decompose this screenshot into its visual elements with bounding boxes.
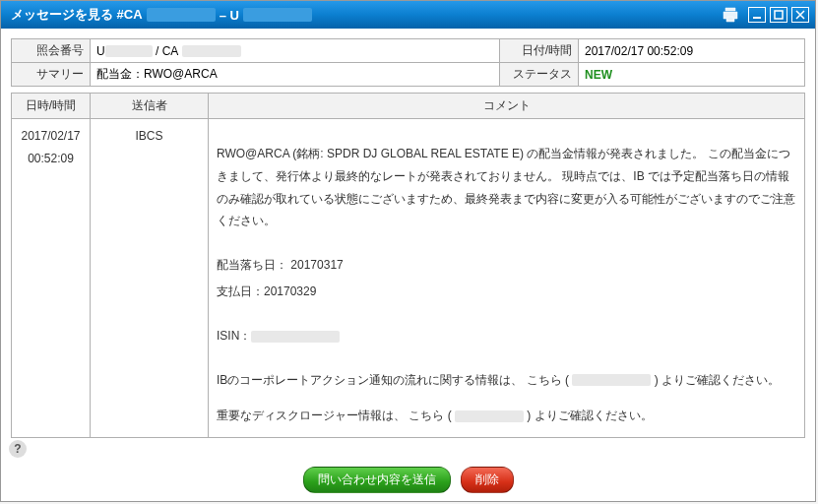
content-area: 照会番号 U / CA 日付/時間 2017/02/17 00:52:09 サマ… (1, 29, 815, 442)
isin-label: ISIN： (217, 329, 251, 343)
comment-ex-date: 配当落ち日： 20170317 (217, 254, 796, 277)
send-button[interactable]: 問い合わせ内容を送信 (303, 467, 451, 493)
message-table: 日時/時間 送信者 コメント 2017/02/17 00:52:09 IBCS (11, 93, 805, 438)
link2-redact (455, 410, 524, 422)
summary-value: 配当金：RWO@ARCA (91, 63, 500, 87)
delete-button[interactable]: 削除 (461, 467, 514, 493)
info-table: 照会番号 U / CA 日付/時間 2017/02/17 00:52:09 サマ… (11, 38, 805, 87)
ref-u-prefix: U (96, 44, 105, 58)
help-icon[interactable]: ? (9, 440, 27, 458)
ref-value: U / CA (91, 39, 500, 63)
title-prefix: メッセージを見る #CA (11, 6, 143, 24)
ref-redact-ca (182, 45, 241, 57)
datetime-label: 日付/時間 (500, 39, 579, 63)
svg-rect-1 (775, 11, 783, 19)
link1-redact (572, 374, 651, 386)
isin-redact (251, 331, 340, 343)
comment-pay-date: 支払日：20170329 (217, 281, 796, 303)
comment-link1: IBのコーポレートアクション通知の流れに関する情報は、 こちら ( ) よりご確… (217, 369, 796, 392)
status-value: NEW (579, 63, 805, 87)
comment-p1: RWO@ARCA (銘柄: SPDR DJ GLOBAL REAL ESTATE… (217, 143, 796, 232)
col-sender: 送信者 (91, 94, 209, 119)
ref-redact-u (105, 45, 153, 57)
footer-actions: 問い合わせ内容を送信 削除 (1, 467, 815, 493)
title-sep: – U (220, 8, 239, 23)
close-icon[interactable] (791, 7, 809, 23)
status-badge: NEW (585, 68, 612, 82)
maximize-icon[interactable] (770, 7, 787, 23)
ref-label: 照会番号 (12, 39, 91, 63)
summary-label: サマリー (12, 63, 91, 87)
cell-sender: IBCS (91, 119, 209, 438)
comment-isin: ISIN： (217, 325, 796, 347)
ref-sep: / CA (156, 44, 178, 58)
comment-link2: 重要なディスクロージャー情報は、 こちら ( ) よりご確認ください。 (217, 405, 796, 427)
datetime-value: 2017/02/17 00:52:09 (579, 39, 805, 63)
cell-comment: RWO@ARCA (銘柄: SPDR DJ GLOBAL REAL ESTATE… (209, 119, 805, 438)
message-window: メッセージを見る #CA – U 照会番号 (0, 0, 816, 502)
svg-rect-0 (753, 17, 761, 19)
col-datetime: 日時/時間 (12, 94, 91, 119)
table-row: 2017/02/17 00:52:09 IBCS RWO@ARCA (銘柄: S… (12, 119, 805, 438)
status-label: ステータス (500, 63, 579, 87)
titlebar: メッセージを見る #CA – U (1, 1, 815, 29)
cell-date: 2017/02/17 (20, 125, 82, 148)
minimize-icon[interactable] (748, 7, 766, 23)
cell-datetime: 2017/02/17 00:52:09 (12, 119, 91, 438)
cell-time: 00:52:09 (20, 148, 82, 170)
title-redacted-user (243, 8, 312, 22)
title-redacted-id (147, 8, 216, 22)
titlebar-controls (721, 6, 809, 24)
window-title: メッセージを見る #CA – U (11, 6, 721, 24)
comment-body: RWO@ARCA (銘柄: SPDR DJ GLOBAL REAL ESTATE… (217, 125, 796, 427)
col-comment: コメント (209, 94, 805, 119)
print-icon[interactable] (721, 6, 740, 24)
